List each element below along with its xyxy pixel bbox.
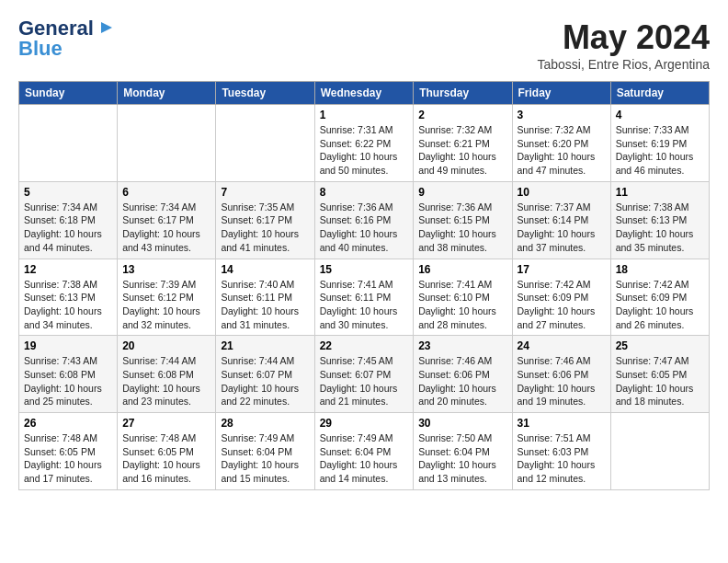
day-number: 9 bbox=[418, 186, 506, 199]
calendar-cell: 2Sunrise: 7:32 AM Sunset: 6:21 PM Daylig… bbox=[414, 105, 512, 182]
day-number: 14 bbox=[221, 263, 309, 276]
calendar-week-1: 1Sunrise: 7:31 AM Sunset: 6:22 PM Daylig… bbox=[19, 105, 710, 182]
weekday-header-friday: Friday bbox=[512, 82, 610, 105]
weekday-header-thursday: Thursday bbox=[414, 82, 512, 105]
day-info: Sunrise: 7:43 AM Sunset: 6:08 PM Dayligh… bbox=[24, 354, 112, 408]
day-info: Sunrise: 7:49 AM Sunset: 6:04 PM Dayligh… bbox=[221, 431, 309, 486]
day-info: Sunrise: 7:47 AM Sunset: 6:05 PM Dayligh… bbox=[616, 354, 704, 408]
day-number: 17 bbox=[518, 263, 606, 276]
logo-icon bbox=[96, 20, 112, 37]
day-info: Sunrise: 7:46 AM Sunset: 6:06 PM Dayligh… bbox=[518, 354, 606, 408]
day-info: Sunrise: 7:48 AM Sunset: 6:05 PM Dayligh… bbox=[122, 431, 210, 486]
day-info: Sunrise: 7:36 AM Sunset: 6:16 PM Dayligh… bbox=[320, 201, 409, 255]
logo-text: General bbox=[18, 18, 94, 39]
day-info: Sunrise: 7:33 AM Sunset: 6:19 PM Dayligh… bbox=[616, 123, 704, 178]
calendar-cell: 3Sunrise: 7:32 AM Sunset: 6:20 PM Daylig… bbox=[512, 105, 610, 182]
calendar-cell: 17Sunrise: 7:42 AM Sunset: 6:09 PM Dayli… bbox=[512, 259, 610, 336]
day-number: 1 bbox=[320, 109, 409, 121]
day-info: Sunrise: 7:40 AM Sunset: 6:11 PM Dayligh… bbox=[221, 278, 309, 332]
calendar-cell bbox=[19, 105, 118, 182]
weekday-header-saturday: Saturday bbox=[610, 82, 709, 105]
location-subtitle: Tabossi, Entre Rios, Argentina bbox=[537, 57, 710, 72]
calendar-cell: 18Sunrise: 7:42 AM Sunset: 6:09 PM Dayli… bbox=[610, 259, 709, 336]
weekday-header-wednesday: Wednesday bbox=[314, 82, 414, 105]
day-info: Sunrise: 7:39 AM Sunset: 6:12 PM Dayligh… bbox=[122, 278, 210, 332]
day-number: 31 bbox=[518, 417, 606, 430]
calendar-cell: 12Sunrise: 7:38 AM Sunset: 6:13 PM Dayli… bbox=[19, 259, 118, 336]
day-number: 22 bbox=[320, 339, 409, 352]
calendar-week-4: 19Sunrise: 7:43 AM Sunset: 6:08 PM Dayli… bbox=[19, 336, 710, 413]
calendar-cell: 15Sunrise: 7:41 AM Sunset: 6:11 PM Dayli… bbox=[314, 259, 414, 336]
day-number: 7 bbox=[221, 186, 309, 199]
title-block: May 2024 Tabossi, Entre Rios, Argentina bbox=[537, 18, 710, 72]
day-number: 26 bbox=[24, 417, 112, 430]
day-number: 3 bbox=[518, 109, 606, 121]
day-info: Sunrise: 7:32 AM Sunset: 6:20 PM Dayligh… bbox=[518, 123, 606, 178]
day-info: Sunrise: 7:45 AM Sunset: 6:07 PM Dayligh… bbox=[320, 354, 409, 408]
day-number: 25 bbox=[616, 339, 704, 352]
calendar-cell: 30Sunrise: 7:50 AM Sunset: 6:04 PM Dayli… bbox=[414, 413, 512, 490]
calendar-cell: 27Sunrise: 7:48 AM Sunset: 6:05 PM Dayli… bbox=[118, 413, 216, 490]
day-info: Sunrise: 7:41 AM Sunset: 6:11 PM Dayligh… bbox=[320, 278, 409, 332]
page-header: General Blue May 2024 Tabossi, Entre Rio… bbox=[18, 18, 710, 72]
calendar-cell: 29Sunrise: 7:49 AM Sunset: 6:04 PM Dayli… bbox=[314, 413, 414, 490]
day-info: Sunrise: 7:49 AM Sunset: 6:04 PM Dayligh… bbox=[320, 431, 409, 486]
day-number: 21 bbox=[221, 339, 309, 352]
day-number: 8 bbox=[320, 186, 409, 199]
calendar-cell: 14Sunrise: 7:40 AM Sunset: 6:11 PM Dayli… bbox=[216, 259, 314, 336]
calendar-cell: 23Sunrise: 7:46 AM Sunset: 6:06 PM Dayli… bbox=[414, 336, 512, 413]
calendar-cell: 16Sunrise: 7:41 AM Sunset: 6:10 PM Dayli… bbox=[414, 259, 512, 336]
day-info: Sunrise: 7:38 AM Sunset: 6:13 PM Dayligh… bbox=[24, 278, 112, 332]
day-number: 24 bbox=[518, 339, 606, 352]
day-number: 30 bbox=[418, 417, 506, 430]
day-number: 15 bbox=[320, 263, 409, 276]
day-info: Sunrise: 7:38 AM Sunset: 6:13 PM Dayligh… bbox=[616, 201, 704, 255]
day-number: 10 bbox=[518, 186, 606, 199]
calendar-cell bbox=[216, 105, 314, 182]
day-info: Sunrise: 7:48 AM Sunset: 6:05 PM Dayligh… bbox=[24, 431, 112, 486]
calendar-cell: 4Sunrise: 7:33 AM Sunset: 6:19 PM Daylig… bbox=[610, 105, 709, 182]
day-info: Sunrise: 7:34 AM Sunset: 6:17 PM Dayligh… bbox=[122, 201, 210, 255]
logo: General Blue bbox=[18, 18, 112, 61]
calendar-cell: 22Sunrise: 7:45 AM Sunset: 6:07 PM Dayli… bbox=[314, 336, 414, 413]
calendar-cell: 9Sunrise: 7:36 AM Sunset: 6:15 PM Daylig… bbox=[414, 181, 512, 259]
calendar-body: 1Sunrise: 7:31 AM Sunset: 6:22 PM Daylig… bbox=[19, 105, 710, 490]
calendar-table: SundayMondayTuesdayWednesdayThursdayFrid… bbox=[18, 81, 710, 490]
calendar-cell bbox=[118, 105, 216, 182]
day-info: Sunrise: 7:44 AM Sunset: 6:07 PM Dayligh… bbox=[221, 354, 309, 408]
weekday-header-row: SundayMondayTuesdayWednesdayThursdayFrid… bbox=[19, 82, 710, 105]
day-info: Sunrise: 7:51 AM Sunset: 6:03 PM Dayligh… bbox=[518, 431, 606, 486]
calendar-cell: 26Sunrise: 7:48 AM Sunset: 6:05 PM Dayli… bbox=[19, 413, 118, 490]
calendar-cell: 10Sunrise: 7:37 AM Sunset: 6:14 PM Dayli… bbox=[512, 181, 610, 259]
calendar-cell: 8Sunrise: 7:36 AM Sunset: 6:16 PM Daylig… bbox=[314, 181, 414, 259]
day-number: 18 bbox=[616, 263, 704, 276]
day-info: Sunrise: 7:36 AM Sunset: 6:15 PM Dayligh… bbox=[418, 201, 506, 255]
day-number: 13 bbox=[122, 263, 210, 276]
day-number: 2 bbox=[418, 109, 506, 121]
day-number: 28 bbox=[221, 417, 309, 430]
calendar-cell: 21Sunrise: 7:44 AM Sunset: 6:07 PM Dayli… bbox=[216, 336, 314, 413]
day-number: 6 bbox=[122, 186, 210, 199]
day-info: Sunrise: 7:35 AM Sunset: 6:17 PM Dayligh… bbox=[221, 201, 309, 255]
calendar-cell: 19Sunrise: 7:43 AM Sunset: 6:08 PM Dayli… bbox=[19, 336, 118, 413]
day-info: Sunrise: 7:32 AM Sunset: 6:21 PM Dayligh… bbox=[418, 123, 506, 178]
day-info: Sunrise: 7:34 AM Sunset: 6:18 PM Dayligh… bbox=[24, 201, 112, 255]
calendar-cell bbox=[610, 413, 709, 490]
day-number: 4 bbox=[616, 109, 704, 121]
day-number: 16 bbox=[418, 263, 506, 276]
day-number: 12 bbox=[24, 263, 112, 276]
day-number: 20 bbox=[122, 339, 210, 352]
day-info: Sunrise: 7:44 AM Sunset: 6:08 PM Dayligh… bbox=[122, 354, 210, 408]
weekday-header-sunday: Sunday bbox=[19, 82, 118, 105]
day-number: 11 bbox=[616, 186, 704, 199]
weekday-header-monday: Monday bbox=[118, 82, 216, 105]
calendar-week-5: 26Sunrise: 7:48 AM Sunset: 6:05 PM Dayli… bbox=[19, 413, 710, 490]
calendar-cell: 25Sunrise: 7:47 AM Sunset: 6:05 PM Dayli… bbox=[610, 336, 709, 413]
calendar-cell: 6Sunrise: 7:34 AM Sunset: 6:17 PM Daylig… bbox=[118, 181, 216, 259]
logo-blue: Blue bbox=[18, 37, 63, 60]
day-number: 29 bbox=[320, 417, 409, 430]
day-number: 5 bbox=[24, 186, 112, 199]
calendar-week-2: 5Sunrise: 7:34 AM Sunset: 6:18 PM Daylig… bbox=[19, 181, 710, 259]
calendar-cell: 13Sunrise: 7:39 AM Sunset: 6:12 PM Dayli… bbox=[118, 259, 216, 336]
day-info: Sunrise: 7:42 AM Sunset: 6:09 PM Dayligh… bbox=[616, 278, 704, 332]
